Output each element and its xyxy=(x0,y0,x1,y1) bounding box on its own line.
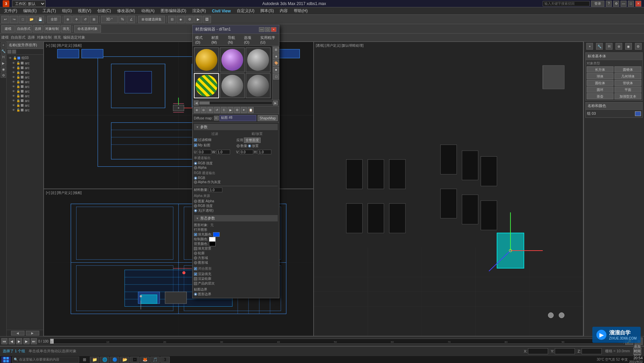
taskbar-media[interactable]: 🎵 xyxy=(150,357,160,363)
filter-blur-checkbox[interactable]: ✓ xyxy=(194,138,197,142)
last-frame-btn[interactable]: ⏭ xyxy=(31,338,37,344)
timeline-track[interactable]: 0 10 20 30 40 50 60 70 80 90 100 xyxy=(50,339,624,344)
login-button[interactable]: 登录 xyxy=(591,1,604,7)
rp-hierarchy-icon[interactable]: H xyxy=(606,43,612,50)
eye-icon-arc9[interactable]: 👁 xyxy=(11,99,15,103)
icon-utilities[interactable]: ⚙ xyxy=(1,72,6,78)
btn-teapot[interactable]: 茶壶 xyxy=(587,93,613,99)
mat-slot-3[interactable] xyxy=(246,47,271,72)
schematic-btn[interactable]: ⊟ xyxy=(168,16,176,23)
mat-video-btn[interactable]: ▶ xyxy=(227,107,233,113)
mat-copy-btn[interactable]: ⎘ xyxy=(221,107,227,113)
taskbar-files[interactable]: 📂 xyxy=(120,357,129,363)
mat-slot-6[interactable] xyxy=(246,73,271,98)
tb2-build-btn[interactable]: 建模 xyxy=(1,25,15,33)
menu-custom[interactable]: 自定义(U) xyxy=(234,7,257,14)
rp-util-icon[interactable]: ⚙ xyxy=(635,43,642,50)
tb2-named-sel-btn[interactable]: 命名选择对象 xyxy=(74,25,101,33)
save-btn[interactable]: 💾 xyxy=(36,16,44,23)
tree-item-arc5[interactable]: 👁 🔓 arc xyxy=(7,80,43,84)
mat-sidebar-btn4[interactable]: ■ xyxy=(273,67,279,73)
mat-slot-4[interactable] xyxy=(194,73,219,98)
image-alpha-radio[interactable] xyxy=(194,200,197,203)
mat-sidebar-btn2[interactable]: ◈ xyxy=(273,53,279,59)
lock-icon-arc1[interactable]: 🔓 xyxy=(16,61,20,65)
tree-item-group03[interactable]: 👁 🔓 组03 xyxy=(7,55,43,61)
taskbar-search[interactable]: 🔍 在这里输入你要搜索的内容 xyxy=(12,357,79,363)
help-button[interactable]: ? xyxy=(606,1,612,7)
eye-icon-arc4[interactable]: 👁 xyxy=(11,75,15,79)
mat-get-btn[interactable]: ⊕ xyxy=(194,107,200,113)
mat-select-btn[interactable]: ✦ xyxy=(241,107,247,113)
alpha-radio[interactable] xyxy=(194,166,197,169)
tree-item-arc4[interactable]: 👁 🔓 arc xyxy=(7,75,43,80)
mat-map-icon[interactable]: ✏ xyxy=(214,116,219,120)
menu-script[interactable]: 脚本(S) xyxy=(258,7,276,14)
lock-icon-arc3[interactable]: 🔓 xyxy=(16,70,20,74)
select-btn[interactable]: ⊕ xyxy=(64,16,72,23)
workspace-dropdown[interactable]: 工作区: 默认 xyxy=(12,0,46,7)
mat-minimize-btn[interactable]: — xyxy=(259,27,264,32)
btn-box[interactable]: 长方体 xyxy=(587,66,613,72)
btn-cylinder[interactable]: 圆柱体 xyxy=(587,80,613,86)
mat-map-select[interactable]: 贴图 #8 xyxy=(219,115,256,121)
lock-icon-arc8[interactable]: 🔓 xyxy=(16,94,20,98)
menu-create[interactable]: 创建(C) xyxy=(95,7,114,14)
tree-item-arc3[interactable]: 👁 🔓 arc xyxy=(7,70,43,75)
lock-icon-arc11[interactable]: 🔓 xyxy=(16,108,20,112)
menu-modifier[interactable]: 修改器(M) xyxy=(114,7,138,14)
mat-sidebar-btn1[interactable]: ⊞ xyxy=(273,47,279,53)
lock-icon-arc9[interactable]: 🔓 xyxy=(16,99,20,103)
eye-icon-arc11[interactable]: 👁 xyxy=(11,108,15,112)
rp-display-icon[interactable]: ◉ xyxy=(625,43,632,50)
btn-text[interactable]: 加强型文本 xyxy=(614,93,641,99)
x-input[interactable] xyxy=(528,348,548,354)
tree-collapse-btn[interactable] xyxy=(12,50,16,54)
u-input[interactable] xyxy=(198,150,211,154)
build-selection-btn[interactable]: ⊞ 创建选择集 xyxy=(138,16,165,23)
prev-frame-btn[interactable]: ◀ xyxy=(9,338,15,344)
mat-params-header[interactable]: ▼ 参数 xyxy=(194,124,278,130)
angle-btn[interactable]: ∠ xyxy=(127,16,135,23)
shape-domain-radio[interactable] xyxy=(194,261,197,264)
lock-icon-arc2[interactable]: 🔓 xyxy=(16,66,20,70)
z-input[interactable] xyxy=(582,348,602,354)
h-input[interactable] xyxy=(258,150,271,154)
tree-item-arc11[interactable]: 👁 🔓 arc xyxy=(7,108,43,112)
mat-menu-options[interactable]: 选项(O) xyxy=(243,35,256,45)
menu-file[interactable]: 文件(F) xyxy=(1,7,20,14)
new-btn[interactable]: □ xyxy=(19,16,27,23)
eye-icon-arc8[interactable]: 👁 xyxy=(11,94,15,98)
fill-color-swatch[interactable] xyxy=(213,232,220,237)
tree-scroll-left[interactable]: ◀ xyxy=(11,331,24,335)
rgb-strength2-radio[interactable] xyxy=(194,204,197,208)
stroke-color-swatch[interactable] xyxy=(209,237,216,242)
minimize-button[interactable]: — xyxy=(621,1,627,7)
eye-icon-arc1[interactable]: 👁 xyxy=(11,61,15,65)
eye-icon-arc5[interactable]: 👁 xyxy=(11,80,15,84)
count-radio[interactable] xyxy=(236,144,240,148)
closed-shape-checkbox[interactable]: ✓ xyxy=(194,267,197,270)
tb2-freeform-btn[interactable]: 自由形式 xyxy=(15,25,32,33)
taskbar-firefox[interactable]: 🦊 xyxy=(140,357,150,363)
square-radio[interactable] xyxy=(194,256,197,260)
material-editor-btn[interactable]: ◈ xyxy=(177,16,185,23)
mat-menu-mode[interactable]: 模式(D) xyxy=(194,35,207,45)
quality-checkbox[interactable] xyxy=(194,282,197,285)
mat-count-input[interactable] xyxy=(209,188,222,192)
mat-sidebar-btn5[interactable]: ◻ xyxy=(273,73,279,80)
mat-slot-5[interactable] xyxy=(220,73,245,98)
mat-sidebar-btn3[interactable]: 🎨 xyxy=(273,60,279,66)
menu-view[interactable]: 视图(V) xyxy=(75,7,94,14)
tb2-fill-btn[interactable]: 填充 xyxy=(61,25,71,33)
title-search-input[interactable] xyxy=(543,1,590,6)
lock-icon-arc6[interactable]: 🔓 xyxy=(16,85,20,89)
lock-icon-arc10[interactable]: 🔓 xyxy=(16,103,20,107)
viewport-3d[interactable]: [透视] [用户定义] [默认明暗处理] xyxy=(314,42,584,336)
icon-hierarchy[interactable]: H xyxy=(1,54,6,60)
render-btn[interactable]: ▶ xyxy=(194,16,202,23)
lock-icon-arc7[interactable]: 🔓 xyxy=(16,89,20,93)
y-input[interactable] xyxy=(555,348,575,354)
icon-modify[interactable]: 🔧 xyxy=(1,48,6,54)
menu-content[interactable]: 内容 xyxy=(277,7,290,14)
